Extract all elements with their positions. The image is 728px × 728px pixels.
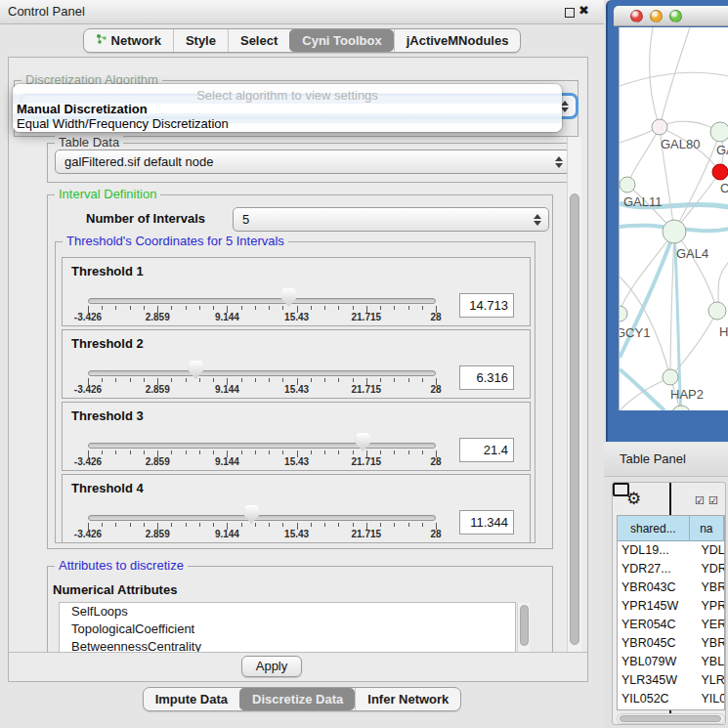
table-cell[interactable]: YDR2 (690, 560, 725, 578)
network-edge[interactable] (674, 232, 717, 311)
slider-ticks (88, 450, 436, 458)
tab-discretize-data[interactable]: Discretize Data (239, 688, 355, 710)
column-header-shared-[interactable]: shared... (618, 516, 690, 541)
tick-label: 28 (430, 384, 441, 395)
table-horizontal-scrollbar[interactable] (617, 713, 725, 724)
tab-label: jActiveMNodules (407, 33, 509, 48)
tick-label: -3.426 (74, 384, 102, 395)
network-node-label: GCY1 (620, 325, 650, 340)
attribute-item-selfloops[interactable]: SelfLoops (60, 603, 515, 621)
gear-icon[interactable]: ⚙ (626, 489, 641, 509)
attribute-item-topologicalcoefficient[interactable]: TopologicalCoefficient (60, 621, 515, 638)
node-table[interactable]: shared...na YDL19...YDL1YDR27...YDR2YBR0… (617, 515, 725, 710)
network-node-c[interactable] (712, 164, 728, 180)
slider-thumb[interactable] (281, 288, 296, 307)
network-node-gal4[interactable] (663, 220, 686, 243)
table-cell[interactable]: YBR043C (618, 578, 690, 597)
zoom-traffic-light-icon[interactable] (669, 10, 682, 22)
network-node-hap2[interactable] (663, 369, 678, 385)
checkbox-icon[interactable]: ☑ (695, 494, 705, 507)
table-cell[interactable]: YER054C (618, 616, 690, 634)
table-row[interactable]: YDL19...YDL1 (618, 541, 724, 560)
table-cell[interactable]: YDL19... (618, 541, 690, 560)
network-node-label: C (720, 181, 728, 195)
panel-scrollbar[interactable] (567, 137, 581, 652)
table-cell[interactable]: YER0 (690, 616, 725, 634)
table-cell[interactable]: YPR1 (690, 597, 725, 616)
column-header-na[interactable]: na (690, 516, 724, 541)
network-edge[interactable] (627, 127, 660, 185)
checkbox-icon[interactable]: ☑ (708, 494, 718, 507)
network-edge[interactable] (670, 232, 674, 377)
slider-thumb[interactable] (189, 361, 203, 379)
numerical-attributes-label: Numerical Attributes (53, 582, 177, 597)
interval-definition-title: Interval Definition (55, 188, 160, 201)
tab-cyni-toolbox[interactable]: Cyni Toolbox (289, 29, 393, 52)
table-cell[interactable]: YBL079W (618, 653, 690, 671)
network-node-ga[interactable] (710, 122, 728, 142)
close-traffic-light-icon[interactable] (630, 10, 643, 22)
table-cell[interactable]: YDL1 (690, 541, 725, 560)
network-node-h[interactable] (708, 302, 726, 320)
tab-style[interactable]: Style (173, 29, 228, 52)
tab-impute-data[interactable]: Impute Data (144, 688, 239, 710)
float-window-icon[interactable] (565, 8, 575, 18)
network-edge[interactable] (620, 72, 728, 86)
table-row[interactable]: YLR345WYLR3 (618, 671, 724, 690)
table-data-combobox[interactable]: galFiltered.sif default node (55, 150, 571, 174)
table-cell[interactable]: YLR345W (618, 671, 690, 690)
table-row[interactable]: YBL079WYBL0 (618, 653, 724, 671)
table-cell[interactable]: YLR3 (690, 671, 725, 690)
network-icon (96, 33, 107, 48)
minimize-traffic-light-icon[interactable] (650, 10, 663, 22)
tab-jactivemnodules[interactable]: jActiveMNodules (394, 29, 521, 52)
thresholds-group: Threshold's Coordinates for 5 Intervals … (55, 241, 535, 543)
table-cell[interactable]: YDR27... (618, 560, 690, 578)
tab-infer-network[interactable]: Infer Network (355, 688, 460, 710)
table-row[interactable]: YPR145WYPR1 (618, 597, 724, 616)
table-cell[interactable]: YPR145W (618, 597, 690, 616)
network-window-titlebar[interactable] (614, 6, 728, 26)
slider-track[interactable] (88, 443, 436, 449)
table-row[interactable]: YER054CYER0 (618, 616, 724, 634)
network-node-label: HAP2 (670, 387, 704, 402)
table-cell[interactable]: YBR045C (618, 634, 690, 653)
network-node-gcy1[interactable] (620, 306, 627, 321)
attributes-list-scrollbar[interactable] (517, 603, 530, 652)
apply-button[interactable]: Apply (241, 656, 302, 677)
table-row[interactable]: YBR043CYBR0 (618, 578, 724, 597)
close-icon[interactable]: ✖ (578, 3, 589, 18)
tab-network[interactable]: Network (84, 29, 173, 52)
slider-thumb[interactable] (244, 505, 259, 524)
tick-label: 2.859 (146, 529, 170, 539)
algorithm-option-equal-width-frequency-discretization[interactable]: Equal Width/Frequency Discretization (16, 116, 565, 131)
control-panel-title: Control Panel (8, 4, 85, 19)
threshold-value-field[interactable]: 14.713 (459, 293, 514, 318)
table-cell[interactable]: YBL0 (690, 653, 725, 671)
tab-label: Infer Network (367, 692, 449, 707)
tick-label: 15.43 (284, 312, 309, 322)
attribute-item-betweennesscentrality[interactable]: BetweennessCentrality (60, 638, 515, 653)
table-cell[interactable]: YIL052C (618, 690, 690, 708)
slider-thumb[interactable] (356, 433, 370, 451)
network-node-gal11[interactable] (620, 177, 635, 193)
slider-track[interactable] (88, 370, 436, 376)
table-row[interactable]: YIL052CYIL0 (618, 690, 724, 708)
threshold-value-field[interactable]: 6.316 (459, 365, 514, 390)
network-node-clipped[interactable] (671, 406, 691, 410)
slider-track[interactable] (88, 298, 436, 304)
tab-select[interactable]: Select (228, 29, 289, 52)
algorithm-option-manual-discretization[interactable]: Manual Discretization (16, 102, 565, 116)
table-row[interactable]: YDR27...YDR2 (618, 560, 724, 578)
threshold-value-field[interactable]: 21.4 (459, 438, 514, 462)
table-cell[interactable]: YBR0 (690, 578, 725, 597)
threshold-value-field[interactable]: 11.344 (459, 510, 514, 535)
number-of-intervals-combobox[interactable]: 5 (233, 207, 549, 232)
network-canvas[interactable]: GAL80GACGAL11GAL4GCY1HHAP2 (619, 27, 728, 410)
network-node-gal80[interactable] (652, 119, 667, 135)
table-cell[interactable]: YIL0 (690, 690, 725, 708)
table-cell[interactable]: YBR0 (690, 634, 725, 653)
network-edge[interactable] (660, 27, 690, 127)
table-row[interactable]: YBR045CYBR0 (618, 634, 724, 653)
slider-track[interactable] (88, 515, 436, 521)
